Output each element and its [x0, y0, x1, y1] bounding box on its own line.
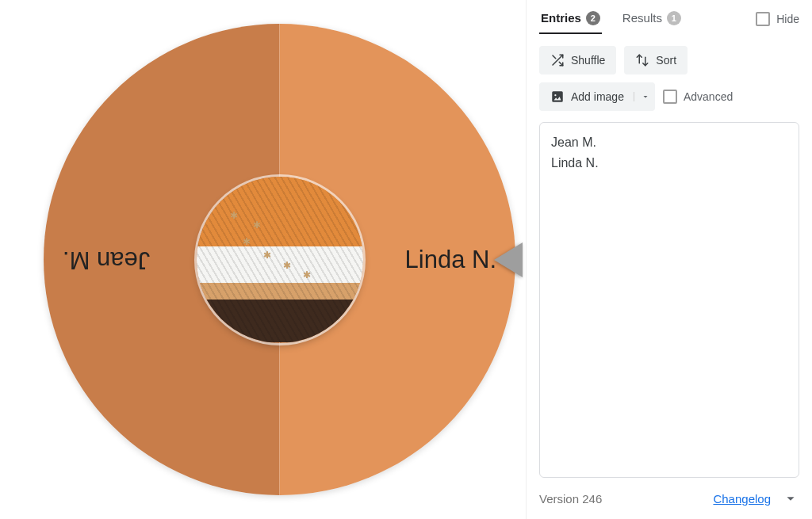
svg-line-2	[553, 55, 556, 59]
panel-tabs: Entries 2 Results 1 Hide	[539, 0, 799, 35]
add-image-button-label: Add image	[571, 90, 624, 103]
tab-results-count: 1	[667, 11, 681, 25]
hub-star-icon: ✱	[243, 236, 251, 247]
hide-panel-label: Hide	[776, 13, 799, 25]
version-label: Version 246	[539, 492, 602, 506]
add-image-dropdown[interactable]	[634, 92, 650, 101]
changelog-link[interactable]: Changelog	[713, 492, 771, 506]
sort-button-label: Sort	[656, 54, 676, 67]
spinner-wheel[interactable]: Jean M. Linda N. ✱ ✱ ✱ ✱ ✱ ✱	[44, 24, 515, 495]
sort-icon	[635, 53, 649, 67]
advanced-toggle-label: Advanced	[684, 90, 733, 103]
wheel-segment-0-label: Jean M.	[63, 246, 150, 274]
tab-results[interactable]: Results 1	[621, 3, 683, 34]
checkbox-icon	[756, 12, 770, 26]
image-icon	[550, 90, 565, 104]
hub-star-icon: ✱	[230, 210, 238, 221]
wheel-wrap: Jean M. Linda N. ✱ ✱ ✱ ✱ ✱ ✱	[44, 24, 515, 495]
side-panel: Entries 2 Results 1 Hide Shuffle	[526, 0, 812, 519]
wheel-segment-1-label: Linda N.	[405, 246, 496, 274]
entries-textarea[interactable]: Jean M. Linda N.	[539, 122, 799, 478]
shuffle-icon	[550, 53, 565, 67]
hub-star-icon: ✱	[283, 260, 291, 271]
advanced-toggle[interactable]: Advanced	[663, 82, 733, 111]
panel-footer: Version 246 Changelog	[539, 478, 799, 519]
hub-star-icon: ✱	[303, 269, 311, 280]
hub-star-icon: ✱	[263, 250, 271, 261]
wheel-hub-image[interactable]: ✱ ✱ ✱ ✱ ✱ ✱	[197, 177, 363, 343]
hide-panel-toggle[interactable]: Hide	[756, 12, 799, 26]
wheel-pointer-icon	[494, 242, 523, 277]
entries-toolbar: Shuffle Sort Add image Advanced	[539, 35, 799, 116]
hub-star-icon: ✱	[253, 219, 261, 231]
add-image-button[interactable]: Add image	[539, 82, 655, 111]
checkbox-icon	[663, 90, 677, 104]
tab-entries-label: Entries	[541, 11, 581, 25]
collapse-panel-button[interactable]	[782, 490, 799, 507]
tab-entries-count: 2	[586, 11, 600, 25]
tab-results-label: Results	[622, 11, 662, 25]
chevron-down-icon	[782, 490, 799, 507]
chevron-down-icon	[641, 92, 650, 101]
wheel-area: Jean M. Linda N. ✱ ✱ ✱ ✱ ✱ ✱	[0, 0, 526, 519]
sort-button[interactable]: Sort	[624, 46, 688, 74]
tab-entries[interactable]: Entries 2	[539, 3, 602, 34]
app-root: Jean M. Linda N. ✱ ✱ ✱ ✱ ✱ ✱	[0, 0, 812, 519]
shuffle-button-label: Shuffle	[571, 54, 605, 67]
shuffle-button[interactable]: Shuffle	[539, 46, 616, 74]
